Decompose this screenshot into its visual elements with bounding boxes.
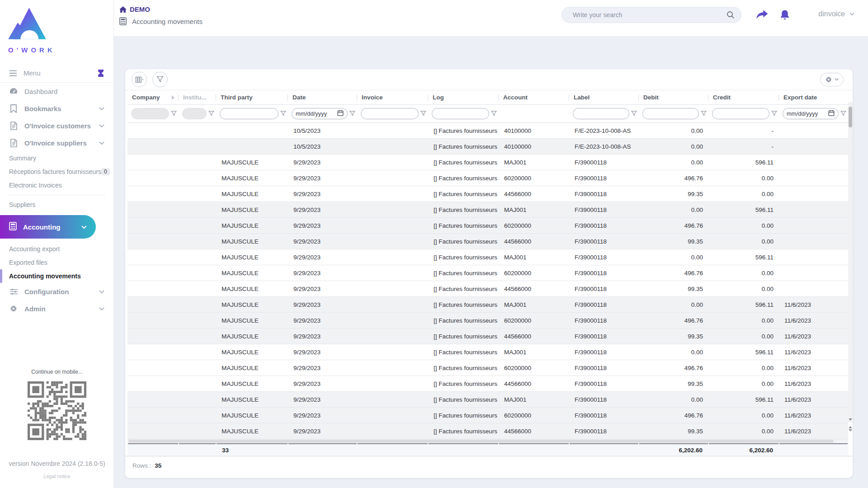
cell-debit: 0.00 [639,123,708,138]
filter-input-date[interactable]: mm/dd/yyyy [292,108,348,119]
column-header-credit[interactable]: Credit [708,90,779,104]
table-row[interactable]: MAJUSCULE9/29/2023[] Factures fournisseu… [127,423,848,439]
table-row[interactable]: MAJUSCULE9/29/2023[] Factures fournisseu… [127,328,848,344]
column-header-date[interactable]: Date [288,90,357,104]
cell-company [127,313,179,328]
cell-credit: 0.00 [708,170,779,186]
sidebar-subitem-suppliers[interactable]: Suppliers [0,198,113,211]
filter-input-invoice[interactable] [365,110,415,117]
sidebar-item-o-invoice-suppliers[interactable]: O'Invoice suppliers [0,134,113,151]
cell-company [127,376,179,391]
filter-menu-icon[interactable] [171,111,177,117]
table-row[interactable]: MAJUSCULE9/29/2023[] Factures fournisseu… [127,234,848,249]
filter-input-third_party[interactable] [224,110,274,117]
user-menu[interactable]: dinvoice [818,10,854,18]
search-icon[interactable] [726,11,735,19]
sidebar-subitem-exported-files[interactable]: Exported files [0,256,113,269]
columns-icon [135,76,144,83]
table-row[interactable]: 10/5/2023[] Factures fournisseurs4010000… [127,139,848,155]
share-icon[interactable] [756,9,769,21]
filter-menu-icon[interactable] [420,111,426,117]
table-row[interactable]: 10/5/2023[] Factures fournisseurs4010000… [127,123,848,139]
cell-company [127,344,179,360]
calculator-icon [119,17,127,25]
grid-settings-button[interactable] [820,73,844,86]
filter-menu-icon[interactable] [840,111,846,117]
column-header-institution[interactable]: Institu... [179,90,216,104]
sidebar-subitem-summary[interactable]: Summary [0,151,113,165]
sidebar-item-admin[interactable]: Admin [0,300,113,317]
sidebar-item-bookmarks[interactable]: Bookmarks [0,100,113,117]
totals-scroll-arrows[interactable] [848,425,853,432]
table-row[interactable]: MAJUSCULE9/29/2023[] Factures fournisseu… [127,344,848,360]
cell-export_date [779,123,848,138]
search-input[interactable] [573,11,726,19]
bell-icon[interactable] [779,9,790,21]
vertical-scrollbar[interactable] [848,102,853,422]
cell-institution [179,202,216,217]
sidebar-item-o-invoice-customers[interactable]: O'Invoice customers [0,117,113,134]
column-header-log[interactable]: Log [428,90,499,104]
calendar-icon[interactable] [828,110,835,118]
filter-menu-icon[interactable] [280,111,286,117]
total-cell-account [499,443,569,456]
column-header-third_party[interactable]: Third party [216,90,288,104]
table-row[interactable]: MAJUSCULE9/29/2023[] Factures fournisseu… [127,360,848,376]
table-row[interactable]: MAJUSCULE9/29/2023[] Factures fournisseu… [127,170,848,186]
cell-export_date: 11/6/2023 [779,328,848,344]
filter-input-label[interactable] [577,110,625,117]
filter-menu-icon[interactable] [208,111,214,117]
filter-cell-log [428,105,499,122]
breadcrumb-home[interactable]: DEMO [119,5,150,13]
sidebar-subitem-accounting-export[interactable]: Accounting export [0,242,113,256]
filter-input-debit[interactable] [646,110,695,117]
sidebar-subitem-r-ceptions-factures-fournisseurs[interactable]: Réceptions factures fournisseurs0 [0,165,113,178]
table-row[interactable]: MAJUSCULE9/29/2023[] Factures fournisseu… [127,281,848,297]
pin-icon[interactable] [97,69,104,77]
filter-toggle-button[interactable] [152,72,168,87]
table-row[interactable]: MAJUSCULE9/29/2023[] Factures fournisseu… [127,265,848,281]
table-row[interactable]: MAJUSCULE9/29/2023[] Factures fournisseu… [127,392,848,408]
table-row[interactable]: MAJUSCULE9/29/2023[] Factures fournisseu… [127,249,848,265]
table-row[interactable]: MAJUSCULE9/29/2023[] Factures fournisseu… [127,376,848,392]
filter-input-export_date[interactable]: mm/dd/yyyy [783,108,839,119]
filter-menu-icon[interactable] [701,111,707,117]
cell-company [127,281,179,296]
sidebar-item-accounting[interactable]: Accounting [0,215,96,239]
table-row[interactable]: MAJUSCULE9/29/2023[] Factures fournisseu… [127,313,848,328]
table-row[interactable]: MAJUSCULE9/29/2023[] Factures fournisseu… [127,218,848,234]
sidebar-subitem-electronic-invoices[interactable]: Electronic Invoices [0,178,113,192]
filter-menu-icon[interactable] [631,111,637,117]
filter-input-credit[interactable] [716,110,765,117]
scrollbar-thumb[interactable] [849,107,852,127]
scroll-down-arrow[interactable] [849,418,852,421]
column-header-label[interactable]: Label [569,90,639,104]
cell-third_party: MAJUSCULE [216,408,288,423]
horizontal-scrollbar[interactable] [127,439,848,443]
column-header-export_date[interactable]: Export date [779,90,848,104]
legal-notice-link[interactable]: Legal notice [43,474,70,479]
column-header-account[interactable]: Account [499,90,569,104]
sidebar-subitem-accounting-movements[interactable]: Accounting movements [0,269,113,283]
sidebar-item-configuration[interactable]: Configuration [0,283,113,300]
table-row[interactable]: MAJUSCULE9/29/2023[] Factures fournisseu… [127,297,848,313]
column-chooser-button[interactable] [132,72,147,87]
calendar-icon[interactable] [337,110,344,118]
filter-menu-icon[interactable] [491,111,497,117]
cell-third_party [216,139,288,154]
sidebar-item-dashboard[interactable]: Dashboard [0,83,113,100]
column-header-debit[interactable]: Debit [639,90,708,104]
filter-input-log[interactable] [436,110,485,117]
column-header-company[interactable]: Company [127,90,179,104]
total-cell-third_party: 33 [216,443,288,456]
table-row[interactable]: MAJUSCULE9/29/2023[] Factures fournisseu… [127,408,848,423]
hamburger-icon[interactable] [9,70,17,76]
table-row[interactable]: MAJUSCULE9/29/2023[] Factures fournisseu… [127,202,848,218]
filter-menu-icon[interactable] [771,111,777,117]
filter-menu-icon[interactable] [349,111,355,117]
table-row[interactable]: MAJUSCULE9/29/2023[] Factures fournisseu… [127,186,848,202]
cell-credit: 0.00 [708,265,779,281]
table-row[interactable]: MAJUSCULE9/29/2023[] Factures fournisseu… [127,155,848,170]
cell-date: 9/29/2023 [288,408,357,423]
column-header-invoice[interactable]: Invoice [357,90,428,104]
